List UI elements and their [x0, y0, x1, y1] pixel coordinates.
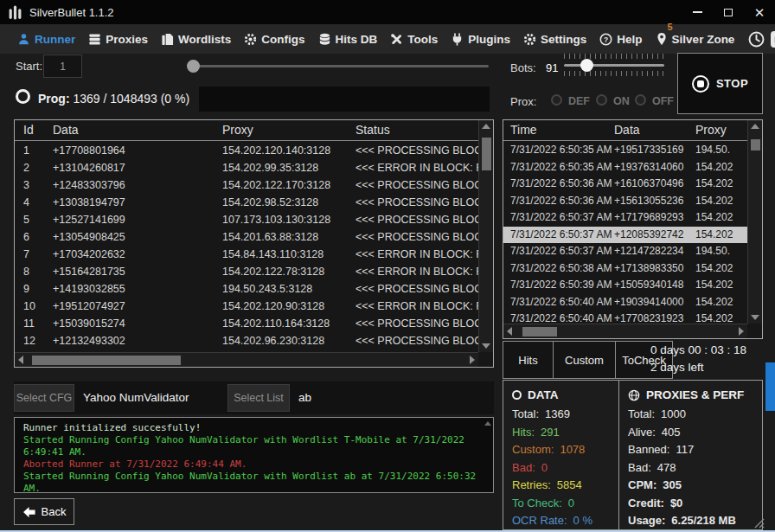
- monitor-table-row[interactable]: 7/31/2022 6:50:36 AM+15613055236154.202: [503, 193, 747, 210]
- select-cfg-button[interactable]: Select CFG: [14, 384, 74, 412]
- cell-proxy: 154.202.96.230:3128: [222, 332, 324, 349]
- monitor-table-row[interactable]: 7/31/2022 6:50:40 AM+19039414000154.202: [503, 294, 747, 311]
- runner-log[interactable]: Runner initialized succesfully!Started R…: [14, 417, 494, 493]
- stop-button[interactable]: STOP: [677, 53, 763, 114]
- start-input[interactable]: [43, 54, 82, 78]
- scrollbar-thumb[interactable]: [482, 138, 491, 170]
- app-window: SilverBullet 1.1.2 ✕ Runner Proxies Word…: [0, 0, 775, 532]
- stat-row: Alive:405: [619, 424, 762, 442]
- col-header-id[interactable]: Id: [23, 123, 34, 137]
- camera-icon[interactable]: [771, 31, 775, 48]
- maximize-button[interactable]: [713, 0, 744, 24]
- start-label: Start:: [16, 60, 42, 73]
- menu-item-wordlists[interactable]: Wordlists: [161, 33, 231, 46]
- scroll-left-icon[interactable]: [507, 327, 512, 336]
- results-table-row[interactable]: 6+13054908425154.201.63.88:3128<<< PROCE…: [15, 228, 478, 246]
- monitor-table-row[interactable]: 7/31/2022 6:50:39 AM+15059340148154.202: [503, 277, 747, 294]
- scrollbar-thumb[interactable]: [522, 327, 557, 337]
- monitor-horizontal-scrollbar[interactable]: [503, 324, 747, 338]
- scroll-left-icon[interactable]: [18, 356, 23, 364]
- scrollbar-thumb[interactable]: [751, 139, 760, 151]
- cell-data: +12147282234: [614, 243, 683, 260]
- scrollbar-thumb[interactable]: [32, 356, 181, 365]
- stat-value: 0 %: [573, 514, 592, 527]
- cell-data: +19517335169: [614, 142, 683, 159]
- resize-grip[interactable]: [753, 517, 765, 529]
- monitor-table-row[interactable]: 7/31/2022 6:50:36 AM+16106370496154.202: [503, 176, 747, 193]
- select-list-button[interactable]: Select List: [227, 384, 290, 412]
- results-table-row[interactable]: 2+13104260817154.202.99.35:3128<<< ERROR…: [15, 159, 478, 176]
- stat-label: Credit:: [628, 497, 664, 510]
- start-slider-handle[interactable]: [187, 60, 200, 73]
- scroll-down-icon[interactable]: [482, 343, 490, 349]
- scroll-right-icon[interactable]: [739, 327, 744, 336]
- results-table-row[interactable]: 4+13038194797154.202.98.52:3128<<< PROCE…: [15, 194, 478, 211]
- stat-value: 0: [541, 461, 548, 474]
- menu-item-proxies[interactable]: Proxies: [88, 33, 148, 46]
- stat-row: OCR Rate:0 %: [503, 512, 618, 530]
- monitor-table-row[interactable]: 7/31/2022 6:50:37 AM+12085392742154.202: [503, 227, 747, 244]
- progress-bar: [199, 87, 490, 112]
- log-scroll-up-icon[interactable]: [484, 421, 491, 426]
- col-header-data[interactable]: Data: [53, 123, 79, 137]
- monitor-table-row[interactable]: 7/31/2022 6:50:37 AM+17179689293154.202: [503, 209, 747, 227]
- scroll-up-icon[interactable]: [751, 124, 759, 129]
- stat-label: CPM:: [628, 478, 657, 491]
- cell-status: <<< PROCESSING BLOC: [355, 176, 478, 194]
- col-header-time[interactable]: Time: [510, 123, 537, 137]
- col-header-status[interactable]: Status: [355, 123, 390, 137]
- cell-status: <<< ERROR IN BLOCK: R: [355, 263, 478, 280]
- minimize-button[interactable]: [682, 0, 713, 24]
- prox-off-radio[interactable]: [635, 94, 646, 106]
- menu-item-hits-db[interactable]: Hits DB: [318, 33, 378, 46]
- cell-proxy: 154.202.122.78:3128: [222, 263, 324, 280]
- menu-item-tools[interactable]: Tools: [390, 33, 438, 46]
- results-table-row[interactable]: 12+12132493302154.202.96.230:3128<<< PRO…: [15, 332, 478, 349]
- monitor-table-row[interactable]: 7/31/2022 6:50:35 AM+19517335169194.50.: [503, 142, 747, 159]
- scroll-up-icon[interactable]: [482, 124, 490, 129]
- cell-time: 7/31/2022 6:50:37 AM: [510, 227, 612, 244]
- col-header-data[interactable]: Data: [614, 123, 640, 137]
- menu-item-runner[interactable]: Runner: [17, 33, 75, 46]
- bots-slider-handle[interactable]: [580, 59, 593, 72]
- stat-row: To Check:0: [503, 495, 618, 513]
- col-header-proxy[interactable]: Proxy: [222, 123, 253, 137]
- results-table-row[interactable]: 5+12527141699107.173.103.130:3128<<< PRO…: [15, 211, 478, 228]
- tab-custom[interactable]: Custom: [553, 341, 616, 379]
- menu-item-help[interactable]: ? Help: [599, 33, 642, 46]
- cell-proxy: 194.50.: [695, 142, 747, 159]
- scroll-down-icon[interactable]: [751, 315, 759, 320]
- history-icon[interactable]: [747, 30, 765, 48]
- bots-slider-track[interactable]: [564, 64, 664, 67]
- tab-hits[interactable]: Hits: [503, 341, 554, 379]
- log-line: Aborted Runner at 7/31/2022 6:49:44 AM.: [23, 458, 484, 471]
- results-table-row[interactable]: 9+14193032855194.50.243.5:3128<<< PROCES…: [15, 280, 478, 298]
- scroll-right-icon[interactable]: [470, 356, 475, 364]
- menu-item-configs[interactable]: Configs: [244, 33, 304, 46]
- monitor-table-row[interactable]: 7/31/2022 6:50:37 AM+12147282234194.50.: [503, 243, 747, 260]
- prox-on-radio[interactable]: [596, 94, 607, 106]
- prox-def-radio[interactable]: [551, 94, 562, 106]
- results-table-row[interactable]: 10+19512074927154.202.120.90:3128<<< ERR…: [15, 298, 478, 315]
- menu-item-plugins[interactable]: Plugins: [451, 33, 510, 46]
- monitor-vertical-scrollbar[interactable]: [747, 120, 762, 324]
- results-table-row[interactable]: 7+17034202632154.84.143.110:3128<<< ERRO…: [15, 246, 478, 263]
- results-horizontal-scrollbar[interactable]: [15, 352, 478, 367]
- results-table-row[interactable]: 1+17708801964154.202.120.140:3128<<< PRO…: [15, 142, 478, 159]
- monitor-table-row[interactable]: 7/31/2022 6:50:38 AM+17138983350154.202: [503, 260, 747, 278]
- results-table-row[interactable]: 11+15039015274154.202.110.164:3128<<< PR…: [15, 315, 478, 332]
- stat-value: 305: [663, 478, 682, 491]
- results-table-row[interactable]: 8+15164281735154.202.122.78:3128<<< ERRO…: [15, 263, 478, 280]
- results-vertical-scrollbar[interactable]: [478, 120, 493, 352]
- close-button[interactable]: ✕: [744, 0, 775, 24]
- menu-item-silver-zone[interactable]: 5 Silver Zone: [656, 32, 735, 46]
- start-slider-track[interactable]: [189, 65, 489, 67]
- results-table-row[interactable]: 3+12483303796154.202.122.170:3128<<< PRO…: [15, 176, 478, 194]
- cell-data: +17708801964: [53, 142, 125, 159]
- menu-item-settings[interactable]: Settings: [523, 33, 586, 46]
- monitor-table-row[interactable]: 7/31/2022 6:50:35 AM+19376314060154.202: [503, 159, 747, 176]
- col-header-proxy[interactable]: Proxy: [695, 123, 727, 137]
- monitor-table-row[interactable]: 7/31/2022 6:50:40 AM+17708231923154.202: [503, 311, 747, 324]
- back-button[interactable]: Back: [14, 498, 74, 525]
- bots-slider-ticks-top: [564, 54, 664, 59]
